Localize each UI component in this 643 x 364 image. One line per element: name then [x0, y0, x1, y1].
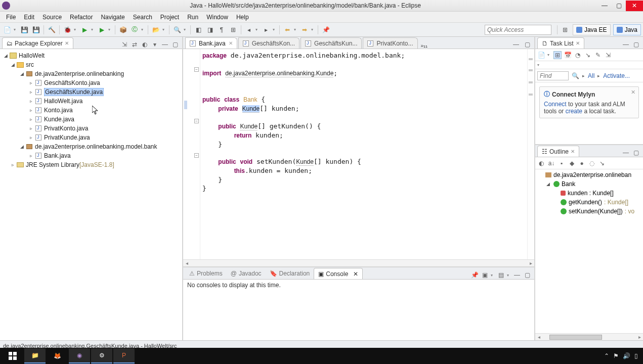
new-package-button[interactable]: 📦 — [118, 25, 128, 35]
fold-toggle[interactable]: − — [194, 119, 199, 123]
close-icon[interactable]: ✕ — [229, 40, 233, 46]
new-class-button[interactable]: Ⓒ — [130, 25, 140, 35]
hide-local-button[interactable]: ◌ — [588, 159, 596, 167]
close-icon[interactable]: ✕ — [576, 40, 580, 46]
bottom-tab-console[interactable]: ▣Console✕ — [314, 268, 363, 279]
task-find-input[interactable] — [537, 71, 569, 80]
display-console-dropdown[interactable]: ▾ — [491, 273, 495, 278]
open-type-dropdown[interactable]: ▾ — [162, 27, 166, 32]
open-console-button[interactable]: ▤ — [497, 271, 505, 279]
open-console-dropdown[interactable]: ▾ — [507, 273, 511, 278]
outline-member[interactable]: getKunden() : Kunde[] — [535, 198, 643, 207]
bottom-tab-problems[interactable]: ⚠Problems — [185, 268, 227, 279]
toggle-block-button[interactable]: ◨ — [205, 25, 215, 35]
expand-toggle[interactable]: ◢ — [10, 62, 15, 67]
outline-member[interactable]: setKunden(Kunde[]) : vo — [535, 207, 643, 216]
forward-button[interactable]: ➡ — [299, 25, 310, 35]
hide-fields-button[interactable]: ▪ — [558, 159, 566, 167]
menu-run[interactable]: Run — [183, 12, 202, 22]
hide-nonpublic-button[interactable]: ● — [578, 159, 586, 167]
pin-console-button[interactable]: 📌 — [470, 271, 479, 279]
menu-file[interactable]: File — [2, 12, 20, 22]
minimize-view-button[interactable]: — — [622, 149, 630, 157]
taskbar-settings[interactable]: ⚙ — [91, 348, 112, 363]
new-task-button[interactable]: 📄 — [537, 51, 545, 59]
maximize-button[interactable]: ▢ — [612, 1, 626, 11]
open-type-button[interactable]: 📂 — [151, 25, 161, 35]
display-console-button[interactable]: ▣ — [481, 271, 489, 279]
expand-toggle[interactable]: ◢ — [3, 53, 8, 58]
menu-refactor[interactable]: Refactor — [66, 12, 97, 22]
view-menu-button[interactable]: ▾ — [151, 40, 159, 49]
hide-static-button[interactable]: ◆ — [568, 159, 576, 167]
expand-toggle[interactable]: ◢ — [19, 144, 24, 149]
perspective-javaee[interactable]: Java EE — [573, 24, 611, 35]
expand-toggle[interactable]: ▹ — [28, 80, 33, 85]
expand-icon[interactable]: ▸ — [582, 73, 585, 78]
hide-completed-button[interactable]: ✎ — [594, 51, 602, 59]
new-dropdown[interactable]: ▾ — [14, 27, 18, 32]
java-file-node[interactable]: ▹GeschäftsKonto.java — [0, 78, 182, 87]
expand-toggle[interactable]: ▹ — [28, 99, 33, 104]
minimize-view-button[interactable]: — — [513, 271, 521, 279]
search-icon[interactable]: 🔍 — [572, 72, 579, 79]
editor-tab[interactable]: Bank.java✕ — [185, 37, 237, 49]
tray-flag-icon[interactable]: ⚑ — [613, 352, 619, 359]
src-folder-node[interactable]: ◢src — [0, 60, 182, 69]
save-all-button[interactable]: 💾 — [31, 25, 41, 35]
open-perspective-button[interactable]: ⊞ — [560, 25, 570, 35]
focus-task-button[interactable]: ◐ — [141, 40, 149, 49]
outline-horizontal-scrollbar[interactable]: ◂ ▸ — [535, 333, 643, 340]
menu-help[interactable]: Help — [232, 12, 253, 22]
activate-link[interactable]: Activate... — [603, 72, 630, 79]
jre-library-node[interactable]: ▹JRE System Library [JavaSE-1.8] — [0, 160, 182, 169]
search-dropdown[interactable]: ▾ — [184, 27, 188, 32]
menu-window[interactable]: Window — [202, 12, 232, 22]
close-icon[interactable]: ✕ — [353, 270, 358, 278]
expand-icon[interactable]: ▸ — [597, 73, 600, 78]
outline-tab[interactable]: ☷ Outline ✕ — [537, 146, 579, 157]
expand-toggle[interactable]: ▹ — [28, 108, 33, 113]
run-button[interactable]: ▶ — [79, 25, 90, 35]
maximize-view-button[interactable]: ▢ — [523, 271, 531, 279]
package-explorer-tree[interactable]: ◢HalloWelt◢src◢de.java2enterprise.online… — [0, 49, 182, 340]
search-button[interactable]: 🔍 — [172, 25, 182, 35]
menu-project[interactable]: Project — [156, 12, 183, 22]
expand-toggle[interactable]: ◢ — [545, 181, 550, 187]
bottom-tab-declaration[interactable]: 🔖Declaration — [266, 268, 314, 279]
expand-toggle[interactable]: ▹ — [10, 162, 15, 167]
minimize-editor-button[interactable]: — — [512, 40, 520, 49]
task-filter-dropdown[interactable]: ▾ — [537, 63, 541, 67]
package-explorer-tab[interactable]: 🗂 Package Explorer ✕ — [2, 37, 73, 49]
editor-horizontal-scrollbar[interactable]: ◂▸ — [183, 259, 534, 266]
debug-dropdown[interactable]: ▾ — [74, 27, 78, 32]
maximize-view-button[interactable]: ▢ — [171, 40, 179, 49]
scrollbar-thumb[interactable] — [549, 335, 602, 340]
expand-toggle[interactable] — [537, 172, 542, 177]
expand-toggle[interactable]: ◢ — [19, 71, 24, 76]
expand-toggle[interactable]: ▹ — [28, 89, 33, 95]
outline-member[interactable]: kunden : Kunde[] — [535, 189, 643, 198]
all-link[interactable]: All — [588, 72, 594, 79]
menu-edit[interactable]: Edit — [20, 12, 38, 22]
package-node[interactable]: ◢de.java2enterprise.onlinebanking — [0, 69, 182, 78]
expand-toggle[interactable]: ▹ — [28, 153, 33, 158]
categorize-button[interactable]: ⊞ — [553, 51, 562, 59]
fold-toggle[interactable]: − — [194, 153, 199, 158]
java-file-node[interactable]: ▹Konto.java — [0, 106, 182, 115]
schedule-button[interactable]: 📅 — [564, 51, 572, 59]
editor-gutter[interactable]: − − − — [183, 49, 200, 259]
expand-toggle[interactable]: ▹ — [28, 135, 33, 140]
expand-toggle[interactable]: ▹ — [28, 117, 33, 122]
taskbar-file-explorer[interactable]: 📁 — [24, 348, 46, 363]
java-file-node[interactable]: ▹PrivatKunde.java — [0, 133, 182, 142]
maximize-view-button[interactable]: ▢ — [632, 149, 640, 157]
close-icon[interactable]: ✕ — [65, 40, 69, 46]
project-node[interactable]: ◢HalloWelt — [0, 51, 182, 60]
tray-volume-icon[interactable]: 🔊 — [623, 352, 630, 359]
package-node[interactable]: ◢de.java2enterprise.onlinebanking.model.… — [0, 142, 182, 151]
maximize-editor-button[interactable]: ▢ — [523, 40, 531, 49]
save-button[interactable]: 💾 — [19, 25, 29, 35]
menu-search[interactable]: Search — [129, 12, 156, 22]
run-last-button[interactable]: ▶ — [97, 25, 107, 35]
